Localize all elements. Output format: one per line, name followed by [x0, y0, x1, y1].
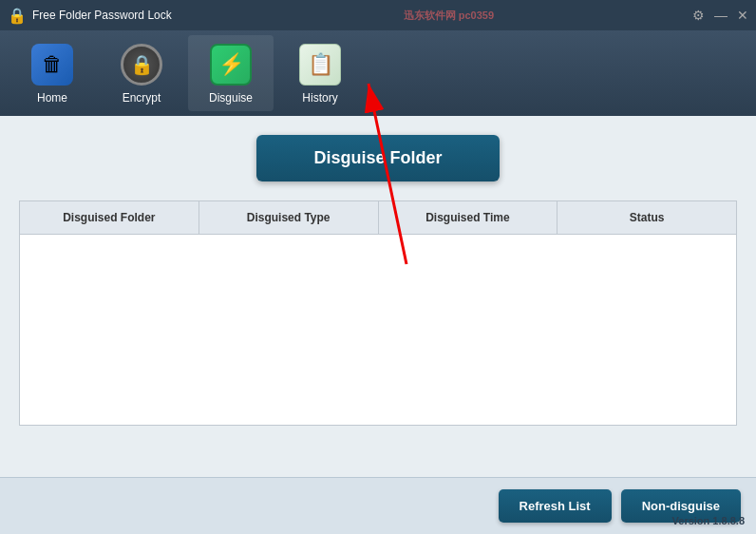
- nav-item-encrypt[interactable]: Encrypt: [99, 35, 184, 111]
- table-header: Disguised Folder Disguised Type Disguise…: [20, 201, 736, 235]
- home-icon: [31, 44, 73, 86]
- main-content: Disguise Folder Disguised Folder Disguis…: [0, 116, 756, 435]
- nav-item-history[interactable]: History: [277, 35, 363, 111]
- nav-icon-encrypt: [119, 42, 164, 87]
- disguise-icon: [210, 44, 252, 86]
- title-bar: 🔒 Free Folder Password Lock 迅东软件网 pc0359…: [0, 0, 756, 30]
- nav-label-history: History: [302, 91, 337, 105]
- settings-button[interactable]: ⚙: [692, 9, 705, 22]
- nav-label-home: Home: [37, 91, 67, 105]
- encrypt-icon: [121, 44, 162, 86]
- nav-bar: Home Encrypt Disguise History: [0, 30, 756, 116]
- col-time: Disguised Time: [379, 201, 558, 234]
- col-type: Disguised Type: [199, 201, 379, 234]
- nav-icon-home: [29, 42, 75, 87]
- version-display: Version 1.8.8.8: [672, 515, 745, 526]
- watermark: 迅东软件网 pc0359: [404, 9, 494, 23]
- data-table: Disguised Folder Disguised Type Disguise…: [19, 200, 737, 426]
- close-button[interactable]: ✕: [737, 9, 748, 22]
- nav-icon-history: [297, 42, 343, 87]
- title-bar-left: 🔒 Free Folder Password Lock: [8, 7, 172, 25]
- title-bar-controls: ⚙ — ✕: [692, 9, 748, 22]
- nav-label-disguise: Disguise: [209, 91, 253, 105]
- disguise-btn-wrap: Disguise Folder: [19, 135, 737, 181]
- history-icon: [299, 44, 341, 86]
- table-body: [20, 235, 736, 425]
- nav-item-disguise[interactable]: Disguise: [188, 35, 274, 111]
- app-icon: 🔒: [8, 7, 27, 25]
- app-title: Free Folder Password Lock: [32, 9, 172, 22]
- nav-icon-disguise: [208, 42, 254, 87]
- col-status: Status: [558, 201, 736, 234]
- bottom-bar: Refresh List Non-disguise Version 1.8.8.…: [0, 477, 756, 534]
- nav-item-home[interactable]: Home: [9, 35, 95, 111]
- minimize-button[interactable]: —: [714, 9, 728, 22]
- nav-label-encrypt: Encrypt: [123, 91, 161, 105]
- refresh-list-button[interactable]: Refresh List: [499, 489, 612, 523]
- col-folder: Disguised Folder: [20, 201, 199, 234]
- disguise-folder-button[interactable]: Disguise Folder: [256, 135, 499, 181]
